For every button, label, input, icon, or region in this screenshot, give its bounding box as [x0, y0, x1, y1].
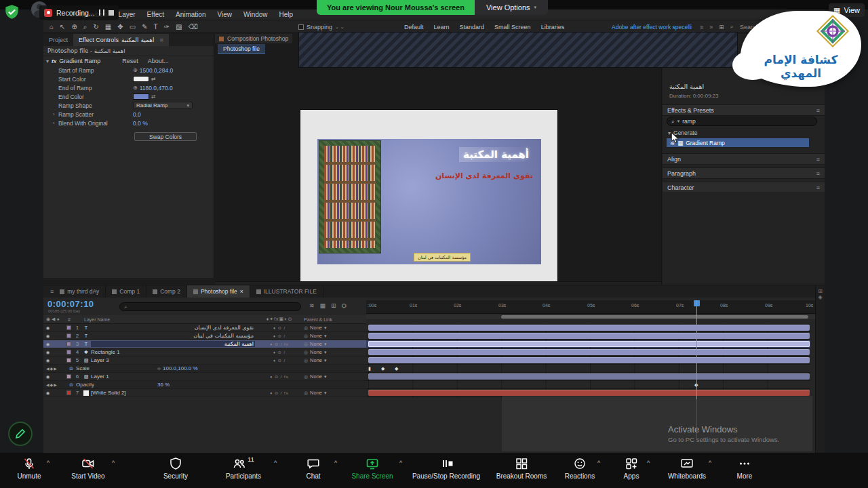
point-icon[interactable]: ⊕ [133, 67, 138, 73]
stopwatch-icon[interactable]: ⊙ [66, 366, 76, 371]
timeline-search-input[interactable]: ⌕ [119, 302, 301, 311]
layer-row-3-selected[interactable]: ◉ 3 T اهمية المكتبة ♦ ⊙ / fx ◎None▾ [43, 340, 366, 348]
composition-mini-flowchart-icon[interactable]: ≋ [309, 302, 315, 310]
playhead-line[interactable] [696, 300, 697, 399]
home-icon[interactable]: ⌂ [50, 23, 54, 30]
label-color[interactable] [66, 390, 71, 395]
menu-view[interactable]: View [217, 11, 232, 18]
breakout-rooms-button[interactable]: Breakout Rooms [490, 457, 553, 480]
parent-link-dropdown[interactable]: ◎None▾ [304, 357, 366, 363]
share-screen-button[interactable]: Share Screen [344, 457, 400, 480]
effect-name[interactable]: Gradient Ramp [59, 58, 100, 64]
tab-my-third-day[interactable]: my third dAy [54, 285, 106, 298]
menu-layer[interactable]: Layer [119, 11, 136, 18]
view-options-button[interactable]: View Options▾ [475, 0, 548, 15]
parent-link-dropdown[interactable]: ◎None▾ [304, 373, 366, 380]
tab-illustrator-file[interactable]: ILLUSTRATOR FILE [250, 285, 323, 298]
brush-tool-icon[interactable]: ✑ [164, 23, 170, 30]
graph-editor-icon[interactable]: ⛭ [342, 302, 347, 310]
unmute-button[interactable]: Unmute [8, 457, 50, 480]
time-ruler[interactable]: :00s 01s 02s 03s 04s 05s 06s 07s 08s 09s… [366, 300, 815, 314]
workspace-menu-icon[interactable]: ≡ [700, 24, 703, 30]
console-icon[interactable]: ⊞ [719, 24, 724, 30]
workspace-standard[interactable]: Standard [460, 24, 485, 30]
eye-icon[interactable]: ◉ [43, 342, 52, 347]
annotate-button[interactable] [8, 422, 33, 446]
start-of-ramp-value[interactable]: 1500.0,284.0 [140, 67, 174, 74]
reset-button[interactable]: Reset [122, 58, 138, 64]
layer-bar[interactable] [368, 349, 810, 355]
menu-window[interactable]: Window [243, 11, 268, 18]
ramp-shape-dropdown[interactable]: Radial Ramp▾ [133, 102, 193, 109]
track-row-scale-keyframes[interactable]: ▮ ◆ ◆ [366, 365, 810, 373]
property-row-scale[interactable]: ◀◆▶ ⊙ Scale ∞ 100.0,100.0 % [43, 365, 366, 373]
swap-colors-button[interactable]: Swap Colors [134, 132, 197, 141]
parent-link-dropdown[interactable]: ◎None▾ [304, 325, 366, 331]
layer-row-5[interactable]: ◉ 5 ▨ Layer 3 ♦ ⊙ / ◎None▾ [43, 357, 366, 365]
pen-tool-icon[interactable]: ✎ [142, 23, 147, 30]
about-button[interactable]: About... [148, 58, 169, 64]
tab-project[interactable]: Project [43, 34, 73, 46]
composition-tab[interactable]: Composition Photoshop [215, 34, 292, 43]
track-row-4[interactable] [366, 348, 810, 357]
layer-bar-selected[interactable] [368, 341, 810, 347]
parent-link-dropdown[interactable]: ◎None▾ [304, 333, 366, 339]
pause-recording-icon[interactable] [99, 9, 104, 16]
parent-link-dropdown[interactable]: ◎None▾ [304, 390, 366, 396]
current-timecode[interactable]: 0:00:07:10 [47, 299, 94, 309]
point-icon[interactable]: ⊕ [133, 85, 138, 91]
layer-row-1[interactable]: ◉ 1 T تقوى المعرفة لدى الإنسان ♦ ⊙ / ◎No… [43, 324, 366, 332]
chat-caret[interactable]: ^ [334, 460, 337, 466]
layer-name[interactable]: Layer 3 [91, 357, 255, 363]
eye-icon[interactable]: ◉ [43, 350, 52, 355]
parent-link-dropdown[interactable]: ◎None▾ [304, 349, 366, 355]
chat-button[interactable]: Chat [294, 457, 332, 480]
stop-recording-icon[interactable] [108, 10, 114, 16]
clone-stamp-tool-icon[interactable]: ▨ [176, 23, 182, 30]
effects-search-input[interactable]: ⌕ ▾ ramp [667, 117, 817, 126]
layer-row-6[interactable]: ◉ 6 ▨ Layer 1 ♦ ⊙ / fx ◎None▾ [43, 373, 366, 381]
link-dimensions-icon[interactable]: ∞ [157, 366, 161, 371]
tab-effect-controls[interactable]: Effect Controls اهمية المكتبة ≡ [73, 34, 169, 46]
eyedropper-icon[interactable]: ⇄ [151, 94, 156, 100]
more-button[interactable]: More [730, 457, 760, 480]
workspace-overflow-icon[interactable]: » [709, 24, 713, 30]
tab-comp-2[interactable]: Comp 2 [146, 285, 187, 298]
snapping-checkbox[interactable] [298, 24, 304, 30]
start-video-caret[interactable]: ^ [112, 460, 115, 466]
keyframe-nav-icons[interactable]: ◀◆▶ [43, 382, 66, 387]
end-of-ramp-value[interactable]: 1180.0,470.0 [140, 85, 173, 92]
security-button[interactable]: Security [154, 457, 197, 480]
camera-tool-icon[interactable]: ▦ [105, 23, 111, 30]
layer-bar[interactable] [368, 357, 810, 363]
apps-caret[interactable]: ^ [647, 460, 650, 466]
selection-tool-icon[interactable]: ↖ [60, 23, 65, 30]
keyframe-icon[interactable]: ▮ [368, 365, 371, 372]
property-row-opacity[interactable]: ◀◆▶ ⊙ Opacity 36 % [43, 381, 366, 389]
menu-help[interactable]: Help [279, 11, 294, 18]
pause-stop-recording-button[interactable]: Pause/Stop Recording [406, 457, 486, 480]
workspace-libraries[interactable]: Libraries [541, 24, 565, 30]
reactions-button[interactable]: Reactions [558, 457, 601, 480]
label-color[interactable] [66, 342, 71, 346]
effects-presets-header[interactable]: Effects & Presets ≡ [663, 104, 825, 116]
track-row-5[interactable] [366, 357, 810, 365]
panel-menu-icon[interactable]: ≡ [816, 107, 820, 114]
menu-effect[interactable]: Effect [147, 11, 164, 18]
ramp-scatter-value[interactable]: 0.0 [133, 111, 141, 118]
parent-link-dropdown[interactable]: ◎None▾ [304, 341, 366, 347]
composition-viewport[interactable]: أهمية المكتبة تقوى المعرفة لدى الإنسان م… [300, 110, 557, 283]
layer-row-2[interactable]: ◉ 2 T مؤسسة المكتبات في لبنان ♦ ⊙ / ◎Non… [43, 332, 366, 340]
collapse-effect-icon[interactable]: ▾ [46, 58, 49, 64]
track-row-opacity-keyframes[interactable]: ◆ [366, 381, 810, 389]
panel-menu-icon[interactable]: ≡ [159, 37, 163, 43]
participants-button[interactable]: 11 Participants [217, 457, 270, 480]
snapping-options-icon[interactable]: ⌄ ⌄ [335, 24, 344, 30]
participants-caret[interactable]: ^ [274, 460, 277, 466]
label-color[interactable] [66, 374, 71, 379]
layer-row-7[interactable]: ◉ 7 [White Solid 2] ♦ ⊙ / fx ◎None▾ [43, 389, 366, 397]
type-tool-icon[interactable]: T [154, 23, 158, 30]
search-icon[interactable]: ⌕ [730, 23, 734, 30]
label-color[interactable] [66, 350, 71, 354]
opacity-value[interactable]: 36 % [157, 382, 170, 388]
